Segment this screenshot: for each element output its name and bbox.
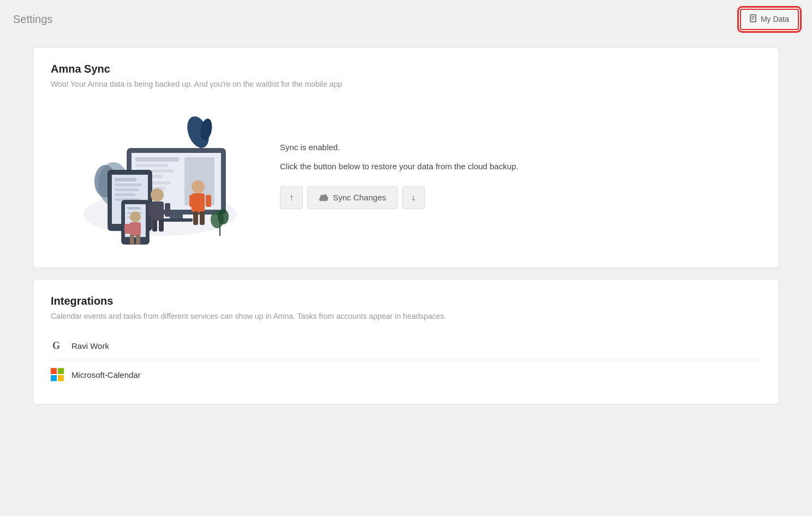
sync-card-title: Amna Sync (51, 63, 761, 75)
page-title: Settings (13, 13, 52, 26)
svg-text:G: G (52, 340, 60, 351)
integrations-card-subtitle: Calendar events and tasks from different… (51, 312, 761, 321)
svg-rect-25 (115, 188, 139, 191)
sync-card-subtitle: Woo! Your Amna data is being backed up. … (51, 80, 761, 88)
svg-rect-3 (751, 19, 754, 20)
microsoft-icon (51, 368, 64, 381)
svg-rect-40 (159, 220, 164, 232)
svg-point-41 (192, 180, 205, 193)
integration-item-ravi-work[interactable]: G Ravi Work (51, 331, 761, 360)
main-content: Amna Sync Woo! Your Amna data is being b… (0, 38, 812, 424)
svg-rect-20 (160, 218, 193, 222)
sync-changes-button[interactable]: Sync Changes (307, 186, 398, 209)
download-button[interactable]: ↓ (402, 186, 425, 209)
svg-rect-45 (193, 211, 198, 225)
sync-status-text: Sync is enabled. (280, 143, 761, 152)
integrations-card: Integrations Calendar events and tasks f… (33, 279, 779, 405)
upload-button[interactable]: ↑ (280, 186, 303, 209)
svg-rect-49 (124, 224, 131, 234)
svg-rect-46 (200, 211, 205, 225)
svg-rect-51 (136, 235, 140, 245)
sync-card: Amna Sync Woo! Your Amna data is being b… (33, 47, 779, 268)
header: Settings My Data (0, 0, 812, 38)
svg-point-35 (151, 188, 164, 201)
sync-body: Sync is enabled. Click the button below … (51, 99, 761, 252)
integration-item-microsoft-calendar[interactable]: Microsoft-Calendar (51, 360, 761, 389)
integration-list: G Ravi Work Microsoft-Calendar (51, 331, 761, 389)
svg-rect-24 (115, 183, 142, 186)
cloud-icon (319, 194, 329, 201)
svg-rect-43 (189, 195, 195, 207)
sync-illustration (51, 99, 258, 252)
svg-rect-37 (148, 203, 154, 217)
svg-rect-23 (115, 178, 136, 181)
microsoft-calendar-label: Microsoft-Calendar (71, 370, 141, 379)
document-icon (750, 14, 757, 25)
sync-description-text: Click the button below to restore your d… (280, 161, 761, 173)
svg-point-47 (130, 211, 141, 222)
svg-rect-2 (751, 17, 755, 18)
svg-rect-50 (130, 235, 134, 245)
download-icon: ↓ (411, 193, 416, 203)
ravi-work-label: Ravi Work (71, 341, 109, 351)
upload-icon: ↑ (289, 193, 294, 203)
my-data-label: My Data (761, 15, 789, 23)
svg-rect-39 (152, 220, 157, 232)
google-icon: G (51, 339, 64, 352)
my-data-button[interactable]: My Data (740, 9, 799, 30)
sync-buttons-group: ↑ Sync Changes ↓ (280, 186, 761, 209)
svg-rect-44 (206, 195, 211, 207)
svg-rect-26 (115, 193, 135, 196)
svg-rect-1 (751, 16, 755, 17)
svg-point-54 (218, 209, 229, 224)
svg-rect-31 (127, 207, 141, 210)
svg-rect-48 (130, 222, 141, 236)
svg-rect-12 (135, 157, 179, 162)
svg-rect-13 (135, 164, 168, 167)
integrations-card-title: Integrations (51, 295, 761, 307)
sync-changes-label: Sync Changes (333, 193, 386, 202)
sync-info-panel: Sync is enabled. Click the button below … (280, 143, 761, 209)
svg-rect-38 (165, 203, 170, 217)
